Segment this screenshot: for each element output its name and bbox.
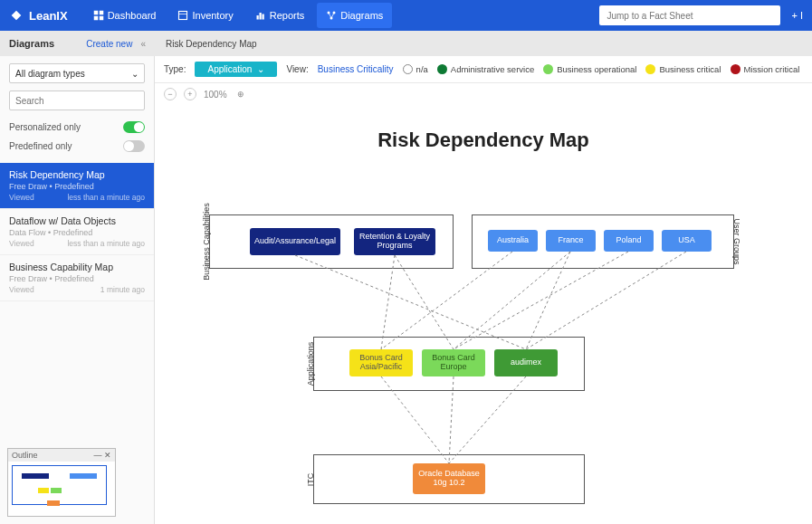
node-audimex[interactable]: audimex — [494, 349, 558, 376]
breadcrumb: Risk Dependency Map — [155, 39, 257, 49]
dashboard-icon — [93, 10, 104, 21]
svg-line-13 — [381, 255, 395, 349]
outline-viewport[interactable] — [12, 465, 107, 505]
brand-icon — [9, 8, 24, 23]
collapse-sidebar-icon[interactable]: « — [140, 39, 146, 49]
view-selector[interactable]: Business Criticality — [318, 64, 394, 74]
chevron-down-icon: ⌄ — [131, 69, 139, 79]
diagram-title: Risk Dependency Map — [155, 129, 812, 152]
top-nav: LeanIX Dashboard Inventory Reports Diagr… — [0, 0, 812, 31]
brand-logo[interactable]: LeanIX — [9, 8, 68, 23]
filter-value: All diagram types — [15, 69, 85, 79]
section-title: Diagrams — [9, 38, 54, 49]
brand-text: LeanIX — [29, 9, 68, 23]
node-audit[interactable]: Audit/Assurance/Legal — [250, 228, 340, 255]
reports-icon — [255, 10, 266, 21]
svg-rect-7 — [259, 13, 261, 20]
minimize-icon[interactable]: — — [93, 451, 101, 460]
diagram-list-item[interactable]: Dataflow w/ Data Objects Data Flow • Pre… — [0, 209, 154, 255]
zoom-in-button[interactable]: + — [184, 88, 196, 100]
subheader: Diagrams Create new « Risk Dependency Ma… — [0, 31, 812, 56]
nav-diagrams[interactable]: Diagrams — [317, 3, 392, 28]
legend-dot-mission — [731, 64, 740, 74]
node-usa[interactable]: USA — [662, 230, 712, 252]
predefined-toggle[interactable] — [123, 140, 145, 152]
svg-rect-3 — [99, 16, 103, 21]
svg-rect-6 — [256, 15, 258, 20]
diagram-type-filter[interactable]: All diagram types ⌄ — [9, 63, 145, 83]
list-item-title: Dataflow w/ Data Objects — [9, 215, 145, 226]
legend-dot-na — [403, 64, 413, 74]
outline-panel[interactable]: Outline — ✕ — [7, 448, 116, 517]
zoom-level: 100% — [204, 90, 227, 100]
create-new-link[interactable]: Create new — [86, 39, 132, 49]
diagram-surface[interactable]: Risk Dependency Map Business Capabilitie… — [155, 110, 812, 524]
svg-rect-4 — [179, 12, 187, 20]
view-label: View: — [286, 64, 308, 74]
legend: n/a Administrative service Business oper… — [403, 64, 800, 74]
list-item-sub: Free Draw • Predefined — [9, 274, 145, 283]
legend-dot-operational — [543, 64, 553, 74]
close-icon[interactable]: ✕ — [104, 451, 111, 460]
node-bonus-eu[interactable]: Bonus Card Europe — [422, 349, 485, 376]
node-australia[interactable]: Australia — [488, 230, 538, 252]
chevron-down-icon: ⌄ — [257, 64, 264, 74]
node-france[interactable]: France — [546, 230, 596, 252]
nav-label: Inventory — [192, 10, 233, 21]
nav-dashboard[interactable]: Dashboard — [84, 3, 166, 28]
node-poland[interactable]: Poland — [604, 230, 654, 252]
nav-label: Diagrams — [340, 10, 383, 21]
sidebar-search-input[interactable] — [9, 91, 145, 110]
diagram-list-item[interactable]: Risk Dependency Map Free Draw • Predefin… — [0, 163, 154, 209]
svg-line-12 — [295, 255, 526, 349]
diagram-canvas[interactable]: Type: Application ⌄ View: Business Criti… — [155, 56, 812, 524]
canvas-toolbar: Type: Application ⌄ View: Business Criti… — [155, 56, 812, 83]
toggle-label: Predefined only — [9, 141, 72, 151]
svg-rect-8 — [262, 14, 263, 20]
zoom-controls: − + 100% ⊕ — [155, 83, 812, 105]
list-item-title: Risk Dependency Map — [9, 169, 145, 180]
diagrams-icon — [326, 10, 337, 21]
nav-reports[interactable]: Reports — [246, 3, 314, 28]
zoom-out-button[interactable]: − — [164, 88, 177, 100]
svg-rect-2 — [93, 16, 98, 21]
node-oracle[interactable]: Oracle Database 10g 10.2 — [413, 463, 485, 494]
outline-title: Outline — [12, 451, 38, 460]
list-item-sub: Data Flow • Predefined — [9, 228, 145, 237]
node-retention[interactable]: Retention & Loyalty Programs — [354, 228, 435, 255]
toggle-label: Personalized only — [9, 122, 81, 132]
type-selector[interactable]: Application ⌄ — [195, 62, 277, 77]
node-bonus-ap[interactable]: Bonus Card Asia/Pacific — [349, 349, 413, 376]
nav-label: Reports — [270, 10, 305, 21]
nav-inventory[interactable]: Inventory — [168, 3, 242, 28]
svg-rect-0 — [93, 11, 98, 15]
list-item-title: Business Capability Map — [9, 262, 145, 272]
personalized-toggle[interactable] — [123, 121, 145, 133]
diagram-list-item[interactable]: Business Capability Map Free Draw • Pred… — [0, 255, 154, 301]
legend-dot-critical — [645, 64, 655, 74]
list-item-sub: Free Draw • Predefined — [9, 182, 145, 191]
global-search-input[interactable] — [599, 5, 780, 25]
svg-rect-1 — [99, 11, 103, 15]
type-label: Type: — [164, 64, 186, 74]
inventory-icon — [177, 10, 188, 21]
nav-label: Dashboard — [108, 10, 157, 21]
sidebar: All diagram types ⌄ Personalized only Pr… — [0, 56, 155, 524]
svg-line-14 — [395, 255, 454, 349]
zoom-fit-button[interactable]: ⊕ — [234, 88, 247, 100]
add-button[interactable]: + I — [791, 10, 803, 21]
legend-dot-admin — [437, 64, 447, 74]
